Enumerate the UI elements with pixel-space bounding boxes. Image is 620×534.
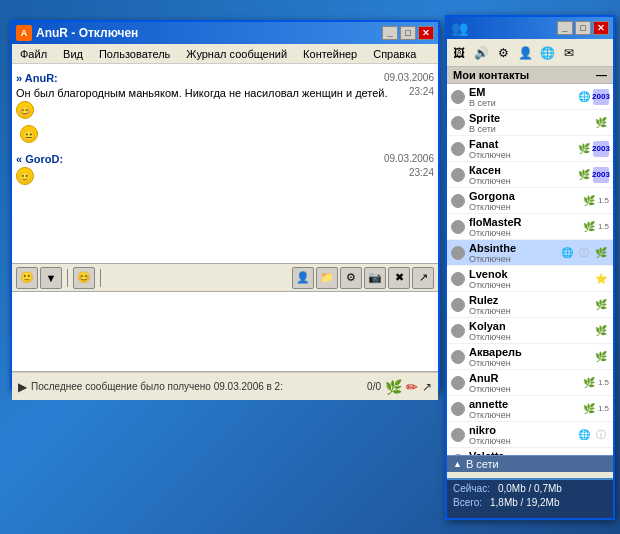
contact-name-sprite: Sprite [469, 112, 593, 124]
contact-info-annette: annette Отключен [469, 398, 581, 420]
chat-titlebar: A AnuR - Отключен _ □ ✕ [12, 22, 438, 44]
contact-info-kasen: Касен Отключен [469, 164, 576, 186]
msg-text-anur: Он был благородным маньяком. Никогда не … [16, 86, 401, 119]
current-label: Сейчас: [453, 482, 490, 496]
fig-icon-flomaster: 🌿 [581, 219, 597, 235]
contacts-collapse-icon[interactable]: — [596, 69, 607, 81]
contacts-maximize-btn[interactable]: □ [575, 21, 591, 35]
chat-input-area [12, 292, 438, 372]
contact-item-valetta[interactable]: Valetta Отключен 🌿 [447, 448, 613, 455]
total-stats-row: Всего: 1,8Mb / 19,2Mb [453, 496, 607, 510]
ct-btn-icon4[interactable]: 👤 [515, 43, 535, 63]
version-gorgona: 1.5 [598, 196, 609, 205]
toolbar-sep-2 [100, 269, 101, 287]
ct-btn-icon6[interactable]: ✉ [559, 43, 579, 63]
close-button[interactable]: ✕ [418, 26, 434, 40]
contact-icons-anur-list: 🌿 1.5 [581, 375, 609, 391]
minimize-button[interactable]: _ [382, 26, 398, 40]
toolbar-btn-cam[interactable]: 📷 [364, 267, 386, 289]
fig-icon-kasen: 🌿 [576, 167, 592, 183]
contact-icons-nikro: 🌐 ⓘ [576, 427, 609, 443]
contacts-list[interactable]: EM В сети 🌐 2003 Sprite В сети 🌿 Fanat [447, 84, 613, 455]
chat-window: A AnuR - Отключен _ □ ✕ Файл Вид Пользов… [10, 20, 440, 390]
contacts-header: Мои контакты — [447, 67, 613, 84]
contact-name-rulez: Rulez [469, 294, 593, 306]
contact-info-absinthe: Absinthe Отключен [469, 242, 559, 264]
contact-icons-absinthe: 🌐 ⓘ 🌿 [559, 245, 609, 261]
contact-icons-fanat: 🌿 2003 [576, 141, 609, 157]
contact-info-flomaster: floMasteR Отключен [469, 216, 581, 238]
status-icon: ▶ [18, 380, 27, 394]
emoji-1: 😊 [16, 101, 34, 119]
contact-item-sprite[interactable]: Sprite В сети 🌿 [447, 110, 613, 136]
fig-icon-sprite: 🌿 [593, 115, 609, 131]
ct-btn-icon1[interactable]: 🖼 [449, 43, 469, 63]
toolbar-btn-smileys[interactable]: 🙂 [16, 267, 38, 289]
contact-icons-rulez: 🌿 [593, 297, 609, 313]
fig-icon-rulez: 🌿 [593, 297, 609, 313]
msg-sender-gorod: « GoroD: [16, 153, 63, 165]
contact-item-nikro[interactable]: nikro Отключен 🌐 ⓘ [447, 422, 613, 448]
menu-help[interactable]: Справка [369, 47, 420, 61]
menu-log[interactable]: Журнал сообщений [182, 47, 291, 61]
toolbar-btn-face[interactable]: 😊 [73, 267, 95, 289]
ct-btn-icon2[interactable]: 🔊 [471, 43, 491, 63]
contact-item-anur-list[interactable]: AnuR Отключен 🌿 1.5 [447, 370, 613, 396]
contact-info-lvenok: Lvenok Отключен [469, 268, 593, 290]
contact-item-annette[interactable]: annette Отключен 🌿 1.5 [447, 396, 613, 422]
contact-item-lvenok[interactable]: Lvenok Отключен ⭐ [447, 266, 613, 292]
toolbar-btn-arrow[interactable]: ↗ [412, 267, 434, 289]
toolbar-btn-gear[interactable]: ⚙ [340, 267, 362, 289]
contact-status-kasen: Отключен [469, 176, 576, 186]
contact-item-fanat[interactable]: Fanat Отключен 🌿 2003 [447, 136, 613, 162]
contact-item-rulez[interactable]: Rulez Отключен 🌿 [447, 292, 613, 318]
contacts-titlebar-buttons: _ □ ✕ [557, 21, 609, 35]
maximize-button[interactable]: □ [400, 26, 416, 40]
titlebar-buttons: _ □ ✕ [382, 26, 434, 40]
contact-info-nikro: nikro Отключен [469, 424, 576, 446]
contact-item-em[interactable]: EM В сети 🌐 2003 [447, 84, 613, 110]
contact-item-flomaster[interactable]: floMasteR Отключен 🌿 1.5 [447, 214, 613, 240]
fig-icon-akvarel: 🌿 [593, 349, 609, 365]
fig-icon-kolyan: 🌿 [593, 323, 609, 339]
contact-item-gorgona[interactable]: Gorgona Отключен 🌿 1.5 [447, 188, 613, 214]
group-bar[interactable]: ▲ В сети [447, 455, 613, 472]
ct-btn-icon3[interactable]: ⚙ [493, 43, 513, 63]
globe-icon-em: 🌐 [576, 89, 592, 105]
menu-file[interactable]: Файл [16, 47, 51, 61]
contact-item-kasen[interactable]: Касен Отключен 🌿 2003 [447, 162, 613, 188]
yellow-icon-lvenok: ⭐ [593, 271, 609, 287]
contact-info-akvarel: Акварель Отключен [469, 346, 593, 368]
contact-status-nikro: Отключен [469, 436, 576, 446]
version-annette: 1.5 [598, 404, 609, 413]
menu-view[interactable]: Вид [59, 47, 87, 61]
contacts-close-btn[interactable]: ✕ [593, 21, 609, 35]
toolbar-btn-x[interactable]: ✖ [388, 267, 410, 289]
contact-status-flomaster: Отключен [469, 228, 581, 238]
contacts-titlebar: 👥 _ □ ✕ [447, 17, 613, 39]
contact-info-rulez: Rulez Отключен [469, 294, 593, 316]
contact-icons-annette: 🌿 1.5 [581, 401, 609, 417]
contacts-minimize-btn[interactable]: _ [557, 21, 573, 35]
contact-item-kolyan[interactable]: Kolyan Отключен 🌿 [447, 318, 613, 344]
menu-container[interactable]: Контейнер [299, 47, 361, 61]
contacts-toolbar: 🖼 🔊 ⚙ 👤 🌐 ✉ [447, 39, 613, 67]
toolbar-btn-down[interactable]: ▼ [40, 267, 62, 289]
fig-icon-anur-list: 🌿 [581, 375, 597, 391]
msg-line-anur: Он был благородным маньяком. Никогда не … [16, 86, 434, 119]
toolbar-btn-folder[interactable]: 📁 [316, 267, 338, 289]
contact-item-absinthe[interactable]: Absinthe Отключен 🌐 ⓘ 🌿 [447, 240, 613, 266]
contact-info-em: EM В сети [469, 86, 576, 108]
current-stats-row: Сейчас: 0,0Mb / 0,7Mb [453, 482, 607, 496]
toolbar-btn-person[interactable]: 👤 [292, 267, 314, 289]
contact-item-akvarel[interactable]: Акварель Отключен 🌿 [447, 344, 613, 370]
contacts-title-label: Мои контакты [453, 69, 529, 81]
contacts-panel: 👥 _ □ ✕ 🖼 🔊 ⚙ 👤 🌐 ✉ Мои контакты — EM В … [445, 15, 615, 520]
menu-user[interactable]: Пользователь [95, 47, 174, 61]
chat-input[interactable] [16, 296, 434, 366]
contact-icons-flomaster: 🌿 1.5 [581, 219, 609, 235]
ct-btn-icon5[interactable]: 🌐 [537, 43, 557, 63]
total-label: Всего: [453, 496, 482, 510]
contact-icons-em: 🌐 2003 [576, 89, 609, 105]
contact-icons-kolyan: 🌿 [593, 323, 609, 339]
